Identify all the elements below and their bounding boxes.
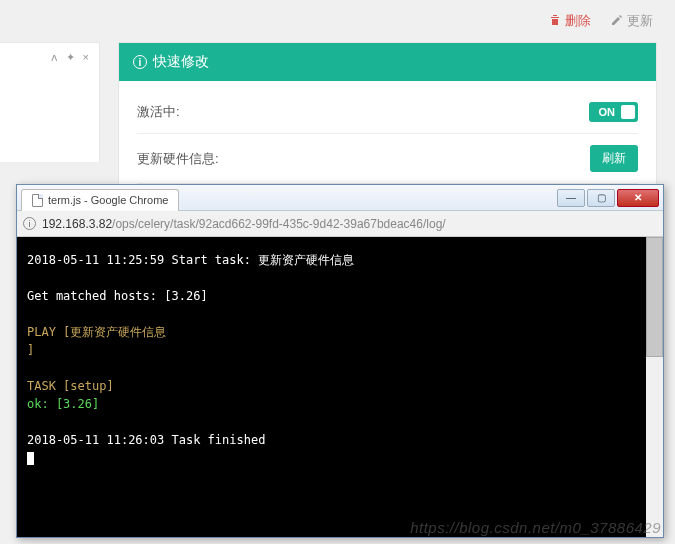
- term-line: 2018-05-11 11:25:59 Start task: 更新资产硬件信息: [27, 251, 653, 269]
- refresh-button[interactable]: 刷新: [590, 145, 638, 172]
- active-toggle[interactable]: ON: [589, 102, 639, 122]
- browser-tab[interactable]: term.js - Google Chrome: [21, 189, 179, 211]
- term-line: Get matched hosts: [3.26]: [27, 287, 653, 305]
- term-line: ok: [3.26]: [27, 395, 653, 413]
- window-close-button[interactable]: ✕: [617, 189, 659, 207]
- terminal-cursor: [27, 452, 34, 465]
- delete-label: 删除: [565, 12, 591, 30]
- chevron-up-icon[interactable]: ᴧ: [51, 51, 58, 64]
- page-icon: [32, 194, 43, 207]
- scrollbar-thumb[interactable]: [646, 237, 663, 357]
- refresh-hw-label: 更新硬件信息:: [137, 150, 219, 168]
- update-label: 更新: [627, 12, 653, 30]
- panel-title: 快速修改: [153, 53, 209, 71]
- term-line: PLAY [更新资产硬件信息: [27, 323, 653, 341]
- sidebar: ᴧ ✦ ×: [0, 42, 100, 162]
- chrome-window: term.js - Google Chrome — ▢ ✕ i 192.168.…: [16, 184, 664, 538]
- term-line: ]: [27, 341, 653, 359]
- info-circle-icon[interactable]: i: [23, 217, 36, 230]
- trash-icon: [549, 14, 561, 29]
- address-bar[interactable]: i 192.168.3.82/ops/celery/task/92acd662-…: [17, 211, 663, 237]
- delete-action[interactable]: 删除: [549, 12, 591, 30]
- close-icon[interactable]: ×: [83, 51, 89, 64]
- tab-title: term.js - Google Chrome: [48, 194, 168, 206]
- wrench-icon[interactable]: ✦: [66, 51, 75, 64]
- terminal-output[interactable]: 2018-05-11 11:25:59 Start task: 更新资产硬件信息…: [17, 237, 663, 537]
- update-action[interactable]: 更新: [611, 12, 653, 30]
- window-minimize-button[interactable]: —: [557, 189, 585, 207]
- row-active: 激活中: ON: [137, 91, 638, 134]
- url-host: 192.168.3.82: [42, 217, 112, 231]
- panel-header: i 快速修改: [119, 43, 656, 81]
- window-maximize-button[interactable]: ▢: [587, 189, 615, 207]
- toggle-knob: [621, 105, 635, 119]
- term-line: 2018-05-11 11:26:03 Task finished: [27, 431, 653, 449]
- terminal-scrollbar[interactable]: [646, 237, 663, 537]
- toggle-text: ON: [599, 106, 616, 118]
- window-titlebar[interactable]: term.js - Google Chrome — ▢ ✕: [17, 185, 663, 211]
- edit-icon: [611, 14, 623, 29]
- url-path: /ops/celery/task/92acd662-99fd-435c-9d42…: [112, 217, 446, 231]
- info-icon: i: [133, 55, 147, 69]
- term-line: TASK [setup]: [27, 377, 653, 395]
- active-label: 激活中:: [137, 103, 180, 121]
- row-refresh-hardware: 更新硬件信息: 刷新: [137, 134, 638, 184]
